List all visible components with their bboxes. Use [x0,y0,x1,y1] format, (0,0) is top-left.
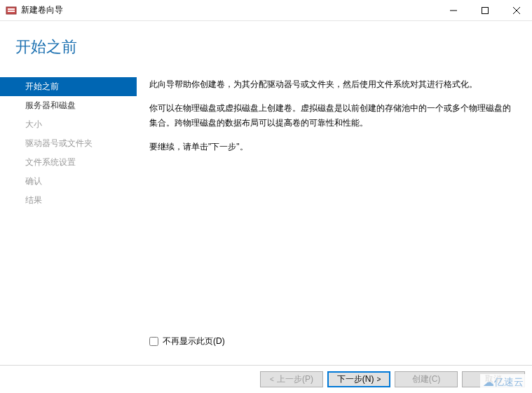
svg-rect-1 [8,8,15,10]
intro-paragraph-1: 此向导帮助你创建卷，为其分配驱动器号或文件夹，然后使用文件系统对其进行格式化。 [149,77,518,91]
minimize-button[interactable] [437,0,469,20]
main-panel: 此向导帮助你创建卷，为其分配驱动器号或文件夹，然后使用文件系统对其进行格式化。 … [137,70,532,210]
wizard-footer: < 上一步(P) 下一步(N) > 创建(C) 取消 [0,365,532,393]
svg-rect-2 [8,11,15,12]
previous-button-label: 上一步(P) [277,373,313,385]
sidebar-step-server-disk[interactable]: 服务器和磁盘 [0,96,137,115]
sidebar-step-size: 大小 [0,115,137,134]
content-area: 开始之前 服务器和磁盘 大小 驱动器号或文件夹 文件系统设置 确认 结果 此向导… [0,70,532,210]
sidebar-step-filesystem: 文件系统设置 [0,153,137,172]
sidebar-item-label: 开始之前 [25,81,59,91]
window-controls [437,0,532,20]
svg-rect-4 [482,7,488,13]
wizard-steps-sidebar: 开始之前 服务器和磁盘 大小 驱动器号或文件夹 文件系统设置 确认 结果 [0,70,137,210]
window-title: 新建卷向导 [21,4,437,16]
app-icon [6,5,17,16]
sidebar-item-label: 文件系统设置 [25,157,76,167]
sidebar-item-label: 大小 [25,119,42,129]
titlebar: 新建卷向导 [0,0,532,21]
intro-paragraph-3: 要继续，请单击"下一步"。 [149,140,518,154]
chevron-left-icon: < [270,375,274,383]
sidebar-step-drive-letter: 驱动器号或文件夹 [0,134,137,153]
create-button-label: 创建(C) [412,373,441,385]
next-button[interactable]: 下一步(N) > [327,371,390,387]
sidebar-step-before-begin[interactable]: 开始之前 [0,77,137,96]
create-button: 创建(C) [395,371,458,387]
sidebar-item-label: 结果 [25,195,42,205]
close-button[interactable] [500,0,532,20]
sidebar-step-result: 结果 [0,191,137,210]
page-title: 开始之前 [15,36,532,58]
intro-paragraph-2: 你可以在物理磁盘或虚拟磁盘上创建卷。虚拟磁盘是以前创建的存储池中的一个或多个物理… [149,101,518,130]
sidebar-item-label: 确认 [25,176,42,186]
dont-show-again-checkbox[interactable] [149,337,158,346]
next-button-label: 下一步(N) [337,373,374,385]
sidebar-item-label: 驱动器号或文件夹 [25,138,93,148]
sidebar-item-label: 服务器和磁盘 [25,100,76,110]
maximize-button[interactable] [469,0,500,20]
chevron-right-icon: > [376,375,381,383]
sidebar-step-confirm: 确认 [0,172,137,191]
dont-show-again-row: 不再显示此页(D) [149,335,225,347]
cancel-button[interactable]: 取消 [462,371,525,387]
cancel-button-label: 取消 [485,373,502,385]
page-header: 开始之前 [0,21,532,70]
previous-button: < 上一步(P) [260,371,323,387]
dont-show-again-label[interactable]: 不再显示此页(D) [163,335,225,347]
